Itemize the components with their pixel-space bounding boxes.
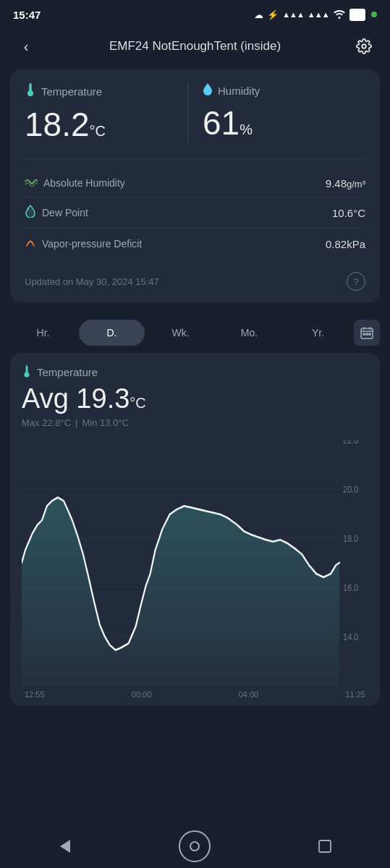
humidity-block: Humidity 61% <box>187 82 365 144</box>
signal-icon-1: ▲▲▲ <box>282 10 304 19</box>
x-label-3: 11:25 <box>345 690 365 699</box>
period-tabs: Hr. D. Wk. Mo. Yr. <box>0 312 390 353</box>
tab-year[interactable]: Yr. <box>285 320 351 346</box>
battery-indicator: 53 <box>349 9 365 21</box>
status-icons: ☁ ⚡ ▲▲▲ ▲▲▲ 53 <box>254 9 377 21</box>
settings-button[interactable] <box>351 33 377 59</box>
humidity-label-text: Humidity <box>218 85 260 97</box>
absolute-humidity-label-text: Absolute Humidity <box>43 177 125 189</box>
status-time: 15:47 <box>13 9 41 21</box>
svg-point-0 <box>362 44 366 48</box>
vpd-value: 0.82kPa <box>326 238 365 250</box>
svg-marker-27 <box>60 840 70 853</box>
thermometer-icon <box>25 82 36 101</box>
dew-point-row: Dew Point 10.6°C <box>25 197 365 229</box>
updated-row: Updated on May 30, 2024 15:47 ? <box>25 269 365 291</box>
humidity-label: Humidity <box>203 82 365 99</box>
home-nav-button[interactable] <box>179 830 211 862</box>
tab-hr[interactable]: Hr. <box>10 320 76 346</box>
droplet-icon <box>203 82 213 99</box>
green-dot <box>371 12 377 17</box>
absolute-humidity-label: Absolute Humidity <box>25 176 125 190</box>
dew-point-value: 10.6°C <box>332 207 365 219</box>
max-label: Max <box>22 417 40 428</box>
svg-text:22.0: 22.0 <box>343 440 359 446</box>
temperature-block: Temperature 18.2°C <box>25 82 187 144</box>
secondary-metrics: Absolute Humidity 9.48g/m³ Dew Point 10.… <box>25 158 365 259</box>
svg-rect-11 <box>366 333 368 335</box>
dew-icon <box>25 205 36 221</box>
tab-day[interactable]: D. <box>79 320 145 346</box>
cloud-icon: ☁ <box>254 9 263 20</box>
humidity-value: 61% <box>203 103 365 142</box>
vpd-row: Vapor-pressure Deficit 0.82kPa <box>25 229 365 259</box>
svg-rect-12 <box>369 333 370 335</box>
svg-text:14.0: 14.0 <box>343 631 359 642</box>
temperature-label: Temperature <box>25 82 187 101</box>
tab-month[interactable]: Mo. <box>216 320 282 346</box>
x-label-1: 00:00 <box>132 690 152 699</box>
temperature-value: 18.2°C <box>25 105 187 144</box>
top-nav: ‹ EMF24 NotEnoughTent (inside) <box>0 26 390 69</box>
wifi-icon <box>333 9 346 21</box>
x-label-0: 12:55 <box>25 690 45 699</box>
vpd-label: Vapor-pressure Deficit <box>25 236 142 252</box>
absolute-humidity-row: Absolute Humidity 9.48g/m³ <box>25 169 365 197</box>
chart-label: Temperature <box>22 365 368 380</box>
svg-rect-10 <box>363 333 365 335</box>
chart-avg-value: Avg 19.3°C <box>22 384 368 414</box>
signal-icon-2: ▲▲▲ <box>308 10 329 19</box>
x-label-2: 04:00 <box>239 690 259 699</box>
absolute-humidity-value: 9.48g/m³ <box>326 177 365 190</box>
main-card: Temperature 18.2°C Humidity 61% <box>10 69 380 302</box>
chart-header: Temperature Avg 19.3°C Max 22.8°C|Min 13… <box>22 365 368 428</box>
chart-card: Temperature Avg 19.3°C Max 22.8°C|Min 13… <box>10 353 380 706</box>
status-bar: 15:47 ☁ ⚡ ▲▲▲ ▲▲▲ 53 <box>0 0 390 26</box>
chart-minmax: Max 22.8°C|Min 13.0°C <box>22 417 368 428</box>
help-button[interactable]: ? <box>347 272 365 291</box>
back-button[interactable]: ‹ <box>13 33 39 59</box>
chart-label-text: Temperature <box>37 366 98 378</box>
chart-thermometer-icon <box>22 365 32 380</box>
vpd-label-text: Vapor-pressure Deficit <box>42 238 142 250</box>
bottom-nav <box>0 827 390 868</box>
chart-area: 22.0 20.0 18.0 16.0 14.0 <box>22 440 368 686</box>
abs-humidity-icon <box>25 176 38 190</box>
back-nav-button[interactable] <box>49 830 81 862</box>
svg-text:16.0: 16.0 <box>343 582 359 593</box>
temperature-label-text: Temperature <box>41 85 102 98</box>
page-title: EMF24 NotEnoughTent (inside) <box>39 39 351 54</box>
min-label: Min <box>82 417 97 428</box>
calendar-button[interactable] <box>354 320 380 346</box>
svg-text:18.0: 18.0 <box>343 533 359 544</box>
svg-rect-28 <box>319 841 331 852</box>
chart-x-labels: 12:55 00:00 04:00 11:25 <box>22 686 368 706</box>
vpd-icon <box>25 236 36 252</box>
recent-nav-button[interactable] <box>309 830 341 862</box>
tab-week[interactable]: Wk. <box>148 320 213 346</box>
bluetooth-icon: ⚡ <box>267 9 279 20</box>
metrics-row: Temperature 18.2°C Humidity 61% <box>25 82 365 144</box>
svg-text:20.0: 20.0 <box>343 484 359 495</box>
dew-point-label-text: Dew Point <box>42 207 88 218</box>
dew-point-label: Dew Point <box>25 205 88 221</box>
updated-text: Updated on May 30, 2024 15:47 <box>25 276 159 287</box>
